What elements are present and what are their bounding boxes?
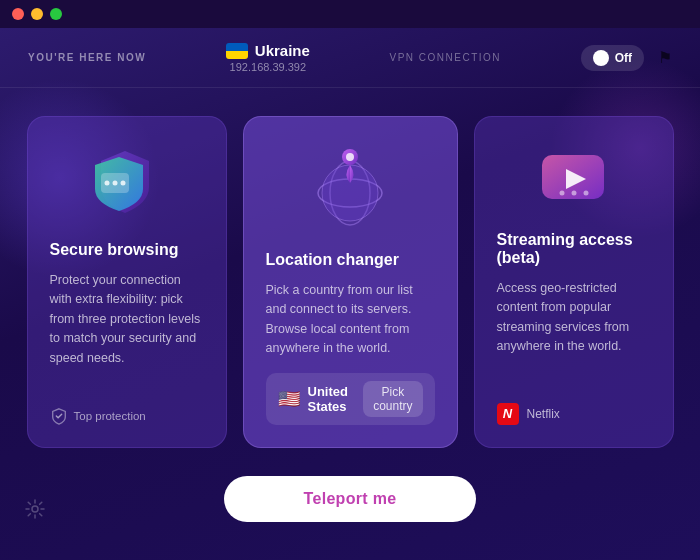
ip-address: 192.168.39.392 — [230, 61, 306, 73]
svg-point-1 — [104, 181, 109, 186]
top-bar: YOU'RE HERE NOW Ukraine 192.168.39.392 V… — [0, 28, 700, 88]
ukraine-flag-icon — [226, 43, 248, 59]
you-here-label: YOU'RE HERE NOW — [28, 52, 146, 63]
selected-country: United States — [308, 384, 356, 414]
protection-icon — [50, 407, 68, 425]
netflix-badge: N Netflix — [497, 403, 560, 425]
location-changer-title: Location changer — [266, 251, 435, 269]
location-changer-card: Location changer Pick a country from our… — [243, 116, 458, 448]
secure-browsing-card: Secure browsing Protect your connection … — [27, 116, 227, 448]
streaming-footer: N Netflix — [497, 403, 651, 425]
minimize-button[interactable] — [31, 8, 43, 20]
shield-icon-wrap — [50, 143, 204, 223]
flag-button-icon[interactable]: ⚑ — [658, 48, 672, 67]
stream-icon-wrap — [497, 143, 651, 213]
top-right-controls: Off ⚑ — [581, 45, 672, 71]
svg-point-8 — [346, 153, 354, 161]
vpn-label: VPN CONNECTION — [389, 52, 501, 63]
svg-point-2 — [112, 181, 117, 186]
svg-point-12 — [571, 191, 576, 196]
cards-section: Secure browsing Protect your connection … — [0, 88, 700, 468]
location-info: Ukraine 192.168.39.392 — [226, 42, 310, 73]
protection-badge: Top protection — [50, 407, 146, 425]
shield-icon — [87, 143, 167, 223]
streaming-icon — [534, 143, 614, 213]
pick-country-button[interactable]: Pick country — [363, 381, 422, 417]
netflix-text: Netflix — [527, 407, 560, 421]
location-name: Ukraine — [226, 42, 310, 59]
location-changer-desc: Pick a country from our list and connect… — [266, 281, 435, 359]
svg-point-14 — [32, 506, 38, 512]
bottom-section: Teleport me — [0, 468, 700, 542]
title-bar — [0, 0, 700, 28]
netflix-icon: N — [497, 403, 519, 425]
secure-browsing-title: Secure browsing — [50, 241, 204, 259]
secure-browsing-desc: Protect your connection with extra flexi… — [50, 271, 204, 389]
us-flag-icon: 🇺🇸 — [278, 388, 300, 410]
globe-icon — [305, 133, 395, 233]
close-button[interactable] — [12, 8, 24, 20]
maximize-button[interactable] — [50, 8, 62, 20]
country-selector[interactable]: 🇺🇸 United States Pick country — [266, 373, 435, 425]
protection-text: Top protection — [74, 410, 146, 422]
teleport-button[interactable]: Teleport me — [224, 476, 477, 522]
globe-icon-wrap — [266, 133, 435, 233]
vpn-toggle[interactable]: Off — [581, 45, 644, 71]
streaming-title: Streaming access (beta) — [497, 231, 651, 267]
streaming-access-card: Streaming access (beta) Access geo-restr… — [474, 116, 674, 448]
app-container: YOU'RE HERE NOW Ukraine 192.168.39.392 V… — [0, 28, 700, 560]
country-label: Ukraine — [255, 42, 310, 59]
svg-point-11 — [559, 191, 564, 196]
secure-browsing-footer: Top protection — [50, 407, 204, 425]
toggle-circle — [593, 50, 609, 66]
settings-icon[interactable] — [24, 498, 46, 520]
toggle-text: Off — [615, 51, 632, 65]
streaming-desc: Access geo-restricted content from popul… — [497, 279, 651, 385]
svg-point-13 — [583, 191, 588, 196]
svg-point-3 — [120, 181, 125, 186]
